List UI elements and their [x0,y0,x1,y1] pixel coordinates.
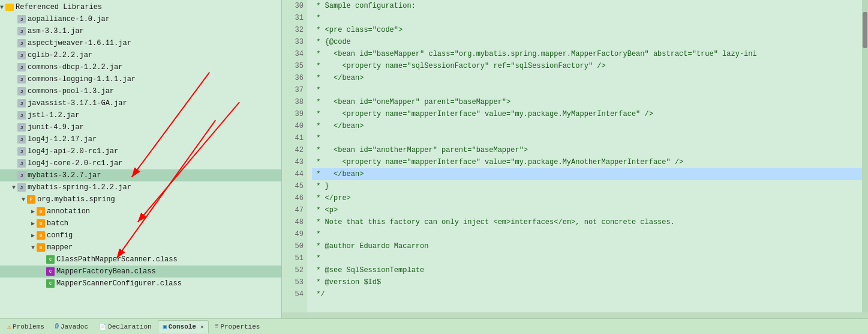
tree-item-batch[interactable]: ▶⊞batch [0,217,281,229]
line-number: 47 [282,204,304,216]
tree-item-referenced-libraries[interactable]: ▼Referenced Libraries [0,1,281,13]
line-number: 50 [282,240,304,252]
tab-problems[interactable]: ⚠Problems [2,320,49,333]
tab-label: Declaration [108,323,152,330]
tree-item-label: commons-logging-1.1.1.jar [28,75,136,84]
code-line: * Sample configuration: [312,0,862,12]
code-line: * @see SqlSessionTemplate [312,264,862,276]
tree-item-label: log4j-1.2.17.jar [28,135,97,144]
code-line: */ [312,288,862,300]
bottom-tabs: ⚠Problems@Javadoc📄Declaration▣Console✕≡P… [0,318,868,334]
line-number: 36 [282,72,304,84]
tree-item-commons-dbcp[interactable]: ▶Jcommons-dbcp-1.2.2.jar [0,61,281,73]
tree-item-mybatis-spring[interactable]: ▼Jmybatis-spring-1.2.2.jar [0,181,281,193]
tree-item-label: org.mybatis.spring [37,195,115,204]
line-number: 49 [282,228,304,240]
tree-item-label: cglib-2.2.2.jar [28,51,92,59]
editor-scrollbar[interactable] [862,0,868,312]
code-line: * <property name="mapperInterface" value… [312,156,862,168]
jar-icon: J [17,147,26,156]
package-folder-icon: ⊞ [37,207,45,216]
editor: 3031323334353637383940414243444546474849… [282,0,868,318]
tree-item-label: aopalliance-1.0.jar [28,15,110,23]
line-number: 38 [282,96,304,108]
jar-icon: J [17,135,26,144]
tab-properties[interactable]: ≡Properties [210,320,265,333]
code-line: * <bean id="baseMapper" class="org.mybat… [312,48,862,60]
folder-icon [5,4,14,11]
scrollbar-thumb [863,12,867,48]
tree-item-label: mybatis-spring-1.2.2.jar [28,183,131,192]
tree-item-log4j[interactable]: ▶Jlog4j-1.2.17.jar [0,133,281,145]
line-number: 41 [282,132,304,144]
tree-item-log4j-api[interactable]: ▶Jlog4j-api-2.0-rc1.jar [0,145,281,157]
tab-icon-javadoc: @ [55,323,59,330]
line-number: 54 [282,288,304,300]
tab-close-icon[interactable]: ✕ [200,324,203,330]
tree-item-asm[interactable]: ▶Jasm-3.3.1.jar [0,25,281,37]
line-number: 51 [282,252,304,264]
tree-item-label: annotation [47,207,90,216]
tree-item-aspectjweaver[interactable]: ▶Jaspectjweaver-1.6.11.jar [0,37,281,49]
tree-item-mapper[interactable]: ▼⊞mapper [0,241,281,254]
tree-item-org-mybatis-spring[interactable]: ▼Porg.mybatis.spring [0,193,281,205]
code-line: * <property name="sqlSessionFactory" ref… [312,60,862,72]
tree-item-label: commons-dbcp-1.2.2.jar [28,63,122,71]
line-number: 44 [282,168,304,180]
tree-item-junit[interactable]: ▶Jjunit-4.9.jar [0,121,281,133]
code-line: * </bean> [312,72,862,84]
tab-label: Console [169,323,196,330]
tab-declaration[interactable]: 📄Declaration [94,320,157,333]
tab-icon-console: ▣ [163,323,167,330]
tab-javadoc[interactable]: @Javadoc [50,320,93,333]
expand-arrow: ▼ [0,4,4,11]
tree-item-aopalliance[interactable]: ▶Jaopalliance-1.0.jar [0,13,281,25]
line-number: 42 [282,144,304,156]
tree-item-label: log4j-core-2.0-rc1.jar [28,159,122,168]
line-number: 31 [282,12,304,24]
code-line: * [312,132,862,144]
class-icon: C [46,279,55,288]
tree-item-commons-logging[interactable]: ▶Jcommons-logging-1.1.1.jar [0,73,281,85]
tree-item-commons-pool[interactable]: ▶Jcommons-pool-1.3.jar [0,85,281,97]
jar-icon: J [17,159,26,168]
tree-item-ClassPathMapperScanner[interactable]: ▶CClassPathMapperScanner.class [0,254,281,266]
tree-item-label: mapper [47,243,73,252]
h-scrollbar[interactable] [282,312,868,318]
tab-label: Javadoc [61,323,88,330]
jar-icon: J [17,99,26,108]
tree-item-log4j-core[interactable]: ▶Jlog4j-core-2.0-rc1.jar [0,157,281,169]
tree-item-label: junit-4.9.jar [28,123,84,132]
jar-icon: J [17,39,26,47]
tree-item-jstl[interactable]: ▶Jjstl-1.2.jar [0,109,281,121]
main-area: ▼Referenced Libraries▶Jaopalliance-1.0.j… [0,0,868,318]
code-line: * <bean id="anotherMapper" parent="baseM… [312,144,862,156]
tree-item-label: log4j-api-2.0-rc1.jar [28,147,118,156]
code-line: * </bean> [312,168,862,180]
tree-item-MapperFactoryBean[interactable]: ▶CMapperFactoryBean.class [0,266,281,278]
tree-item-annotation[interactable]: ▶⊞annotation [0,205,281,217]
tab-icon-problems: ⚠ [7,323,11,330]
tree-item-config[interactable]: ▶⊞config [0,229,281,241]
expand-arrow: ▼ [12,184,16,191]
code-line: * [312,228,862,240]
jar-icon: J [17,111,26,120]
tree-item-cglib[interactable]: ▶Jcglib-2.2.2.jar [0,49,281,61]
tree-item-label: jstl-1.2.jar [28,111,79,120]
line-number: 39 [282,108,304,120]
jar-icon: J [17,171,26,180]
tree-item-MapperScannerConfigurer[interactable]: ▶CMapperScannerConfigurer.class [0,278,281,290]
tree-item-javassist[interactable]: ▶Jjavassist-3.17.1-GA.jar [0,97,281,109]
code-line: * [312,12,862,24]
tab-console[interactable]: ▣Console✕ [158,320,209,333]
code-line: * } [312,180,862,192]
tab-label: Properties [220,323,260,330]
line-number: 45 [282,180,304,192]
tree-item-label: config [47,231,73,240]
tree-item-label: ClassPathMapperScanner.class [56,255,178,264]
code-content: * Sample configuration: * * <pre class="… [307,0,862,312]
jar-icon: J [17,51,26,59]
code-area: 3031323334353637383940414243444546474849… [282,0,868,312]
jar-icon: J [17,63,26,71]
tree-item-mybatis[interactable]: ▶Jmybatis-3.2.7.jar [0,169,281,181]
